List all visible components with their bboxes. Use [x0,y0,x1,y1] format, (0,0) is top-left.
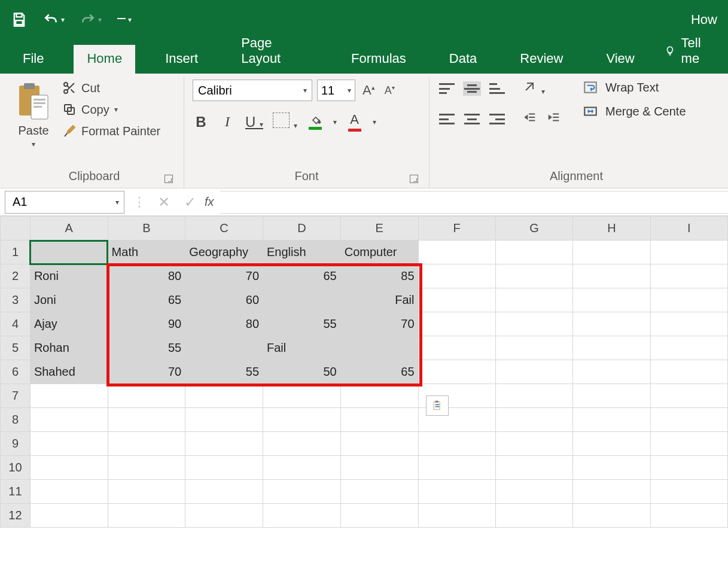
cell-I7[interactable] [650,384,727,408]
cell-G2[interactable] [495,264,572,288]
cell-I5[interactable] [650,336,727,360]
tab-data[interactable]: Data [436,45,490,74]
cell-I3[interactable] [650,288,727,312]
cell-A1[interactable] [30,241,108,264]
cell-D6[interactable]: 50 [263,360,341,384]
row-header-7[interactable]: 7 [1,384,31,408]
cell-C10[interactable] [185,456,263,480]
cell-C12[interactable] [185,504,263,528]
cell-I6[interactable] [650,360,727,384]
copy-button[interactable]: Copy ▾ [60,101,163,118]
cell-B2[interactable]: 80 [108,264,185,288]
cell-F2[interactable] [418,264,495,288]
cell-B1[interactable]: Math [108,241,185,264]
cell-D4[interactable]: 55 [263,312,341,336]
cell-F11[interactable] [418,480,495,504]
format-painter-button[interactable]: Format Painter [60,123,163,139]
cell-G3[interactable] [495,288,572,312]
cell-G7[interactable] [495,384,572,408]
select-all-corner[interactable] [1,217,31,241]
cancel-formula-button[interactable]: ✕ [158,194,170,211]
cell-E3[interactable]: Fail [340,288,418,312]
tab-insert[interactable]: Insert [152,45,211,74]
cut-button[interactable]: Cut [60,80,163,96]
cell-E6[interactable]: 65 [340,360,418,384]
row-header-9[interactable]: 9 [1,432,31,456]
merge-center-button[interactable]: Merge & Cente [581,104,686,119]
cell-I10[interactable] [650,456,727,480]
cell-A10[interactable] [30,456,108,480]
cell-D1[interactable]: English [263,241,341,264]
cell-D9[interactable] [263,432,341,456]
cell-A5[interactable]: Rohan [30,336,108,360]
cell-E9[interactable] [340,432,418,456]
cell-G5[interactable] [495,336,572,360]
cell-H1[interactable] [573,241,650,264]
dialog-launcher-icon[interactable] [410,175,418,183]
tab-page-layout[interactable]: Page Layout [228,29,321,74]
chevron-down-icon[interactable]: ▾ [115,198,119,206]
cell-E5[interactable] [340,336,418,360]
cell-A2[interactable]: Roni [30,264,108,288]
cell-G11[interactable] [495,480,572,504]
chevron-down-icon[interactable]: ▾ [348,86,351,95]
cell-G9[interactable] [495,432,572,456]
cell-H6[interactable] [573,360,650,384]
cell-E12[interactable] [340,504,418,528]
row-header-10[interactable]: 10 [1,456,31,480]
cell-H10[interactable] [573,456,650,480]
italic-button[interactable]: I [219,114,236,130]
row-header-6[interactable]: 6 [1,360,31,384]
cell-G1[interactable] [495,241,572,264]
cell-C6[interactable]: 55 [185,360,263,384]
cell-F3[interactable] [418,288,495,312]
cell-E11[interactable] [340,480,418,504]
cell-D2[interactable]: 65 [263,264,341,288]
orientation-button[interactable]: ▾ [522,80,545,98]
spreadsheet-grid[interactable]: A B C D E F G H I 1 Math Geography Engli… [0,216,728,528]
row-header-5[interactable]: 5 [1,336,31,360]
align-center-button[interactable] [463,112,481,126]
row-header-11[interactable]: 11 [1,480,31,504]
cell-A7[interactable] [30,384,108,408]
cell-B5[interactable]: 55 [108,336,185,360]
chevron-down-icon[interactable]: ▾ [373,118,376,126]
cell-G8[interactable] [495,408,572,432]
enter-formula-button[interactable]: ✓ [184,194,196,211]
tab-file[interactable]: File [10,45,57,74]
tab-review[interactable]: Review [507,45,576,74]
cell-A3[interactable]: Joni [30,288,108,312]
cell-A11[interactable] [30,480,108,504]
customize-qat-button[interactable]: ▾ [117,16,132,24]
cell-D12[interactable] [263,504,341,528]
cell-A12[interactable] [30,504,108,528]
bold-button[interactable]: B [193,114,209,130]
cell-F1[interactable] [418,241,495,264]
cell-C2[interactable]: 70 [185,264,263,288]
cell-H11[interactable] [573,480,650,504]
cell-I1[interactable] [650,241,727,264]
col-header-E[interactable]: E [340,217,418,241]
col-header-B[interactable]: B [108,217,185,241]
chevron-down-icon[interactable]: ▾ [303,86,307,95]
cell-F5[interactable] [418,336,495,360]
row-header-12[interactable]: 12 [1,504,31,528]
save-icon[interactable] [11,11,28,28]
cell-B3[interactable]: 65 [108,288,185,312]
cell-H2[interactable] [573,264,650,288]
cell-C7[interactable] [185,384,263,408]
chevron-down-icon[interactable]: ▾ [32,140,35,148]
cell-B6[interactable]: 70 [108,360,185,384]
cell-E1[interactable]: Computer [340,241,418,264]
cell-A4[interactable]: Ajay [30,312,108,336]
chevron-down-icon[interactable]: ▾ [333,118,337,126]
cell-H12[interactable] [573,504,650,528]
font-name-combo[interactable]: Calibri ▾ [193,80,312,101]
cell-D3[interactable] [263,288,341,312]
col-header-G[interactable]: G [495,217,572,241]
chevron-down-icon[interactable]: ▾ [61,16,65,24]
cell-I11[interactable] [650,480,727,504]
fill-color-button[interactable] [307,114,324,130]
cell-I2[interactable] [650,264,727,288]
cell-D10[interactable] [263,456,341,480]
